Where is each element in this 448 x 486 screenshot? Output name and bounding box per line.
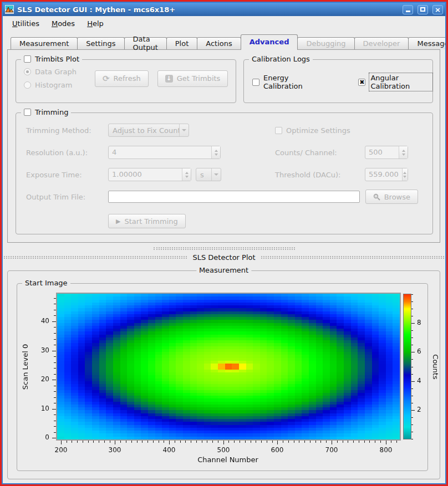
radio-circle-icon: [24, 81, 31, 89]
splitter-handle-top[interactable]: [154, 247, 295, 250]
optimize-settings-checkbox: Optimize Settings: [275, 126, 350, 135]
radio-histogram: Histogram: [24, 81, 86, 89]
energy-calibration-checkbox-box: [252, 79, 259, 86]
radio-circle-icon: [24, 68, 31, 75]
resolution-spinbox: 4: [108, 146, 221, 159]
menubar: Utilities Modes Help: [3, 16, 445, 31]
exposure-unit-select: s: [196, 168, 221, 181]
window-title: SLS Detector GUI : Mythen - mcs6x18+: [17, 6, 398, 14]
tab-messages[interactable]: Messages: [408, 37, 446, 49]
exposure-time-spinbox: 1.00000: [108, 168, 191, 181]
plot-area: 2003004005006007008000102030402468 Chann…: [17, 284, 427, 470]
measurement-group: Measurement Start Image 2003004005006007…: [7, 270, 440, 479]
tab-bar: Measurement Settings Data Output Plot Ac…: [11, 34, 445, 49]
colorbar-frame: [403, 294, 411, 439]
optimize-settings-checkbox-box: [275, 127, 282, 134]
heatmap-canvas[interactable]: [57, 294, 400, 439]
browse-button: Browse: [365, 190, 418, 204]
minimize-icon: [406, 11, 410, 12]
window-frame: SLS Detector GUI : Mythen - mcs6x18+ × U…: [2, 2, 446, 484]
tab-plot[interactable]: Plot: [166, 37, 198, 49]
trimming-checkbox-box: [24, 109, 31, 116]
heatmap-frame: [56, 293, 401, 441]
counts-channel-spinbox: 500: [365, 146, 408, 159]
resolution-label: Resolution (a.u.):: [26, 149, 108, 157]
start-image-group: Start Image 2003004005006007008000102030…: [17, 283, 428, 471]
trimbits-plot-checkbox-box: [24, 55, 31, 63]
splitter-texture: [4, 256, 187, 259]
colorbar-title: Counts: [431, 354, 440, 379]
calibration-logs-group: Calibration Logs Energy Calibration ✖ An…: [243, 59, 433, 103]
tab-advanced[interactable]: Advanced: [241, 34, 298, 49]
trimming-method-label: Trimming Method:: [26, 126, 108, 135]
trimming-method-select: Adjust to Fix Count Level: [108, 124, 189, 137]
chevron-down-icon: [179, 124, 189, 136]
exposure-time-label: Exposure Time:: [26, 171, 108, 179]
start-trimming-button: ▶ Start Trimming: [108, 214, 186, 228]
play-icon: ▶: [116, 218, 120, 225]
tab-data-output[interactable]: Data Output: [124, 37, 167, 49]
angular-calibration-checkbox-box: ✖: [358, 79, 365, 86]
refresh-icon: ⟳: [103, 74, 110, 84]
trimming-group: Trimming Trimming Method: Adjust to Fix …: [16, 112, 433, 234]
splitter-label: SLS Detector Plot: [192, 253, 255, 262]
titlebar[interactable]: SLS Detector GUI : Mythen - mcs6x18+ ×: [3, 3, 445, 16]
spinner-arrows-icon: [399, 146, 408, 158]
threshold-label: Threshold (DACu):: [275, 171, 365, 179]
tab-measurement[interactable]: Measurement: [11, 37, 78, 49]
x-axis-title: Channel Number: [145, 456, 311, 464]
splitter-handle[interactable]: SLS Detector Plot: [4, 253, 444, 262]
trimbits-plot-label: Trimbits Plot: [35, 55, 79, 63]
radio-data-graph: Data Graph: [24, 68, 86, 76]
trimming-label: Trimming: [35, 108, 68, 116]
trimbits-plot-group: Trimbits Plot Data Graph Histogram: [16, 59, 236, 103]
spinner-arrows-icon: [182, 168, 191, 181]
tab-actions[interactable]: Actions: [197, 37, 241, 49]
app-logo-icon: [5, 5, 14, 14]
calibration-logs-title: Calibration Logs: [252, 55, 310, 63]
angular-calibration-checkbox[interactable]: ✖ Angular Calibration: [358, 73, 432, 91]
menu-help[interactable]: Help: [82, 18, 109, 29]
energy-calibration-checkbox[interactable]: Energy Calibration: [252, 74, 322, 90]
trimbits-plot-checkbox[interactable]: Trimbits Plot: [24, 55, 79, 63]
tab-developer: Developer: [354, 37, 409, 49]
colorbar-canvas: [404, 294, 411, 439]
tab-settings[interactable]: Settings: [77, 37, 124, 49]
get-trimbits-button: ↓ Get Trimbits: [157, 70, 228, 87]
close-button[interactable]: ×: [432, 5, 443, 14]
spinner-arrows-icon: [402, 168, 408, 181]
splitter-texture: [261, 256, 444, 259]
counts-channel-label: Counts/ Channel:: [275, 149, 365, 157]
chevron-down-icon: [211, 168, 221, 181]
output-trim-file-input[interactable]: [108, 191, 360, 203]
menu-utilities[interactable]: Utilities: [7, 18, 44, 29]
minimize-button[interactable]: [403, 5, 413, 14]
output-trim-file-label: Output Trim File:: [26, 193, 108, 201]
maximize-button[interactable]: [418, 5, 428, 14]
menu-modes[interactable]: Modes: [47, 18, 80, 29]
maximize-icon: [420, 7, 425, 12]
refresh-button: ⟳ Refresh: [95, 70, 149, 87]
trimming-checkbox[interactable]: Trimming: [24, 108, 68, 116]
measurement-title: Measurement: [199, 266, 248, 274]
y-axis-title: Scan Level 0: [21, 344, 29, 390]
advanced-tab-page: Trimbits Plot Data Graph Histogram: [7, 49, 440, 243]
download-icon: ↓: [165, 75, 173, 83]
tab-debugging: Debugging: [297, 37, 354, 49]
app-window: SLS Detector GUI : Mythen - mcs6x18+ × U…: [0, 0, 448, 486]
close-icon: ×: [435, 6, 441, 13]
spinner-arrows-icon: [211, 146, 220, 158]
magnifier-icon: [373, 193, 380, 201]
threshold-spinbox: 559.000: [365, 168, 408, 181]
